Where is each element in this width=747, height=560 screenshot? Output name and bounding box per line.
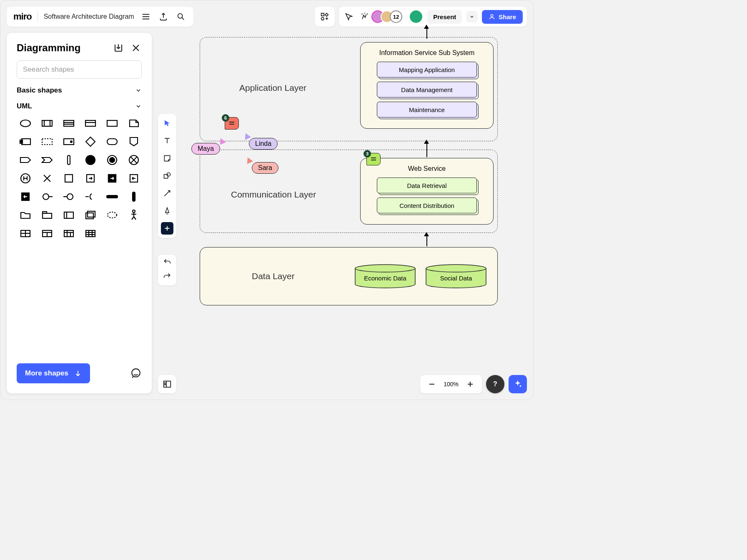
shape-actor[interactable] (125, 208, 143, 222)
shape-sq-arrow-in[interactable] (125, 171, 143, 185)
svg-rect-1 (321, 13, 324, 16)
shape-package[interactable] (38, 208, 56, 222)
arrow-top (426, 27, 427, 39)
reactions-icon[interactable] (359, 11, 371, 22)
shape-required-interface[interactable] (60, 190, 78, 204)
top-bar-right: 12 Present Share (315, 7, 527, 27)
shape-circle-h[interactable] (17, 171, 34, 185)
feedback-icon[interactable] (130, 368, 142, 379)
shape-stack[interactable] (82, 208, 99, 222)
svg-rect-38 (133, 192, 135, 201)
shape-bar-horizontal[interactable] (103, 190, 121, 204)
shape-assembly[interactable] (82, 190, 99, 204)
svc-mapping[interactable]: Mapping Application (377, 62, 477, 78)
avatar-overflow-count[interactable]: 12 (390, 10, 402, 23)
close-icon[interactable] (130, 42, 142, 54)
svg-point-46 (133, 210, 135, 212)
current-user-avatar[interactable] (409, 10, 423, 24)
svg-rect-27 (65, 175, 73, 182)
more-shapes-button[interactable]: More shapes (17, 363, 90, 383)
cylinder-social[interactable]: Social Data (425, 264, 487, 289)
export-icon[interactable] (158, 11, 169, 22)
comment-green[interactable]: 3 (366, 153, 381, 165)
cursor-follow-icon[interactable] (343, 11, 355, 22)
shape-ellipse[interactable] (17, 116, 34, 130)
divider (38, 11, 38, 22)
import-icon[interactable] (113, 42, 124, 54)
svg-rect-39 (43, 213, 52, 218)
svg-point-19 (70, 141, 72, 142)
shape-sq-arrow-filled[interactable] (103, 171, 121, 185)
shape-table-head[interactable] (38, 226, 56, 240)
shape-component[interactable] (17, 135, 34, 149)
shape-table-3col[interactable] (60, 226, 78, 240)
menu-icon[interactable] (140, 11, 152, 22)
search-icon[interactable] (175, 11, 187, 22)
shape-note[interactable] (125, 116, 143, 130)
shape-sq-arrow-out[interactable] (82, 171, 99, 185)
info-system-box[interactable]: Information Service Sub System Mapping A… (360, 42, 494, 129)
shape-search-input[interactable] (17, 60, 142, 79)
shape-grid (17, 116, 142, 240)
svc-data-retrieval[interactable]: Data Retrieval (377, 178, 477, 193)
shape-rect-dot[interactable] (60, 135, 78, 149)
svg-rect-8 (64, 120, 74, 126)
shape-folder[interactable] (17, 208, 34, 222)
cursor-linda: Linda (249, 138, 278, 150)
svg-point-0 (178, 14, 182, 18)
arrow-mid (426, 142, 427, 157)
shape-bar-vertical[interactable] (60, 153, 78, 167)
svg-rect-5 (42, 120, 52, 126)
comment-red[interactable]: 6 (225, 117, 239, 130)
shape-rounded-rect[interactable] (103, 135, 121, 149)
shape-circle-ring-filled[interactable] (103, 153, 121, 167)
share-button[interactable]: Share (482, 10, 523, 24)
board-title[interactable]: Software Architecture Diagram (44, 13, 134, 20)
svg-point-24 (110, 158, 115, 162)
svc-data-mgmt[interactable]: Data Management (377, 82, 477, 98)
shape-rectangle[interactable] (103, 116, 121, 130)
svg-point-35 (67, 194, 73, 200)
shape-circle-x[interactable] (125, 153, 143, 167)
shape-card[interactable] (82, 116, 99, 130)
data-layer-label: Data Layer (252, 271, 295, 281)
svc-maintenance[interactable]: Maintenance (377, 102, 477, 118)
share-label: Share (499, 13, 516, 20)
shape-x[interactable] (38, 171, 56, 185)
shape-table-grid[interactable] (82, 226, 99, 240)
shape-dashed-rect[interactable] (38, 135, 56, 149)
present-dropdown[interactable] (466, 11, 478, 22)
shape-ellipse-dashed[interactable] (103, 208, 121, 222)
shape-tag-right[interactable] (17, 153, 34, 167)
section-basic-shapes[interactable]: Basic shapes (17, 86, 142, 95)
web-service-box[interactable]: Web Service Data Retrieval Content Distr… (360, 158, 494, 225)
application-layer-label: Application Layer (239, 83, 306, 93)
avatar-stack[interactable]: 12 (375, 10, 402, 23)
shape-square[interactable] (60, 171, 78, 185)
shape-tag-indent[interactable] (38, 153, 56, 167)
arrow-bottom (426, 235, 427, 246)
svg-rect-11 (85, 120, 95, 126)
svg-rect-20 (107, 139, 117, 145)
canvas[interactable]: Application Layer Communication Layer In… (158, 33, 527, 393)
shape-predefined-process[interactable] (38, 116, 56, 130)
svg-point-33 (43, 194, 49, 200)
shape-frame[interactable] (60, 208, 78, 222)
shape-internal-storage[interactable] (60, 116, 78, 130)
shape-provided-interface[interactable] (38, 190, 56, 204)
svc-content-dist[interactable]: Content Distribution (377, 198, 477, 213)
shape-diamond[interactable] (82, 135, 99, 149)
present-button[interactable]: Present (427, 10, 462, 24)
svg-point-4 (20, 120, 30, 127)
shape-circle-filled[interactable] (82, 153, 99, 167)
chevron-down-icon (135, 103, 142, 110)
shape-sq-arrow-in-filled[interactable] (17, 190, 34, 204)
cylinder-economic[interactable]: Economic Data (354, 264, 416, 289)
apps-icon[interactable] (315, 7, 335, 27)
shape-table-2x2[interactable] (17, 226, 34, 240)
shape-shield[interactable] (125, 135, 143, 149)
section-uml[interactable]: UML (17, 102, 142, 110)
shape-bar-vertical-thin[interactable] (125, 190, 143, 204)
panel-title: Diagramming (17, 42, 80, 54)
miro-logo: miro (13, 11, 32, 22)
